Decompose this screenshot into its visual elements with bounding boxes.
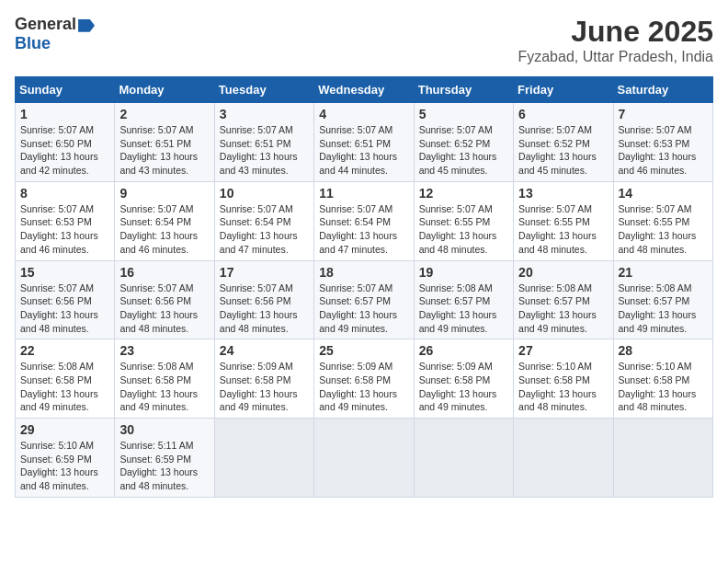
calendar-cell: 11Sunrise: 5:07 AMSunset: 6:54 PMDayligh… <box>314 181 414 260</box>
cell-content: Sunrise: 5:09 AMSunset: 6:58 PMDaylight:… <box>319 360 408 414</box>
day-number: 12 <box>419 186 508 201</box>
cell-content: Sunrise: 5:08 AMSunset: 6:58 PMDaylight:… <box>20 360 109 414</box>
day-number: 13 <box>518 186 608 201</box>
cell-content: Sunrise: 5:07 AMSunset: 6:56 PMDaylight:… <box>220 282 309 336</box>
day-number: 7 <box>619 107 708 121</box>
cell-content: Sunrise: 5:10 AMSunset: 6:58 PMDaylight:… <box>518 360 608 414</box>
cell-content: Sunrise: 5:08 AMSunset: 6:57 PMDaylight:… <box>619 282 708 336</box>
calendar-week-row: 15Sunrise: 5:07 AMSunset: 6:56 PMDayligh… <box>16 260 713 339</box>
calendar-cell: 14Sunrise: 5:07 AMSunset: 6:55 PMDayligh… <box>613 181 712 260</box>
cell-content: Sunrise: 5:08 AMSunset: 6:57 PMDaylight:… <box>518 282 608 336</box>
calendar-week-row: 29Sunrise: 5:10 AMSunset: 6:59 PMDayligh… <box>16 419 713 498</box>
cell-content: Sunrise: 5:07 AMSunset: 6:53 PMDaylight:… <box>619 123 708 178</box>
calendar-cell <box>214 419 313 498</box>
logo-general: General <box>15 15 76 33</box>
logo-blue: Blue <box>15 34 51 52</box>
calendar-cell: 6Sunrise: 5:07 AMSunset: 6:52 PMDaylight… <box>514 103 613 182</box>
cell-content: Sunrise: 5:08 AMSunset: 6:57 PMDaylight:… <box>419 282 508 336</box>
day-number: 16 <box>119 265 209 280</box>
cell-content: Sunrise: 5:10 AMSunset: 6:58 PMDaylight:… <box>619 360 708 414</box>
cell-content: Sunrise: 5:07 AMSunset: 6:54 PMDaylight:… <box>319 202 408 257</box>
day-number: 26 <box>419 343 508 358</box>
cell-content: Sunrise: 5:07 AMSunset: 6:56 PMDaylight:… <box>119 282 209 336</box>
cell-content: Sunrise: 5:07 AMSunset: 6:56 PMDaylight:… <box>20 282 109 336</box>
day-number: 14 <box>619 186 708 201</box>
cell-content: Sunrise: 5:09 AMSunset: 6:58 PMDaylight:… <box>220 360 309 414</box>
day-number: 4 <box>319 107 408 121</box>
cell-content: Sunrise: 5:07 AMSunset: 6:57 PMDaylight:… <box>319 282 408 336</box>
day-number: 23 <box>119 343 209 358</box>
cell-content: Sunrise: 5:11 AMSunset: 6:59 PMDaylight:… <box>119 439 209 493</box>
cell-content: Sunrise: 5:07 AMSunset: 6:54 PMDaylight:… <box>220 202 309 257</box>
calendar-cell <box>514 419 613 498</box>
day-number: 24 <box>220 343 309 358</box>
calendar-week-row: 8Sunrise: 5:07 AMSunset: 6:53 PMDaylight… <box>16 181 713 260</box>
header-thursday: Thursday <box>414 77 513 103</box>
day-number: 18 <box>319 265 408 280</box>
day-number: 17 <box>220 265 309 280</box>
cell-content: Sunrise: 5:07 AMSunset: 6:51 PMDaylight:… <box>119 123 209 178</box>
header-saturday: Saturday <box>613 77 712 103</box>
calendar-cell <box>314 419 414 498</box>
calendar-table: SundayMondayTuesdayWednesdayThursdayFrid… <box>15 76 713 498</box>
calendar-cell: 2Sunrise: 5:07 AMSunset: 6:51 PMDaylight… <box>115 103 214 182</box>
day-number: 25 <box>319 343 408 358</box>
day-number: 9 <box>119 186 209 201</box>
calendar-cell: 9Sunrise: 5:07 AMSunset: 6:54 PMDaylight… <box>115 181 214 260</box>
cell-content: Sunrise: 5:10 AMSunset: 6:59 PMDaylight:… <box>20 439 109 493</box>
calendar-cell: 1Sunrise: 5:07 AMSunset: 6:50 PMDaylight… <box>16 103 115 182</box>
calendar-cell: 8Sunrise: 5:07 AMSunset: 6:53 PMDaylight… <box>16 181 115 260</box>
day-number: 3 <box>220 107 309 121</box>
header-monday: Monday <box>115 77 214 103</box>
cell-content: Sunrise: 5:07 AMSunset: 6:53 PMDaylight:… <box>20 202 109 257</box>
day-number: 8 <box>20 186 109 201</box>
calendar-cell: 16Sunrise: 5:07 AMSunset: 6:56 PMDayligh… <box>115 260 214 339</box>
day-number: 22 <box>20 343 109 358</box>
calendar-cell: 10Sunrise: 5:07 AMSunset: 6:54 PMDayligh… <box>214 181 313 260</box>
day-number: 1 <box>20 107 109 121</box>
logo-icon <box>78 19 95 32</box>
calendar-cell: 29Sunrise: 5:10 AMSunset: 6:59 PMDayligh… <box>16 419 115 498</box>
calendar-cell: 22Sunrise: 5:08 AMSunset: 6:58 PMDayligh… <box>16 339 115 419</box>
calendar-cell: 17Sunrise: 5:07 AMSunset: 6:56 PMDayligh… <box>214 260 313 339</box>
calendar-cell: 5Sunrise: 5:07 AMSunset: 6:52 PMDaylight… <box>414 103 513 182</box>
calendar-cell: 12Sunrise: 5:07 AMSunset: 6:55 PMDayligh… <box>414 181 513 260</box>
day-number: 2 <box>119 107 209 121</box>
location-title: Fyzabad, Uttar Pradesh, India <box>518 49 713 65</box>
cell-content: Sunrise: 5:07 AMSunset: 6:55 PMDaylight:… <box>419 202 508 257</box>
calendar-cell: 3Sunrise: 5:07 AMSunset: 6:51 PMDaylight… <box>214 103 313 182</box>
day-number: 10 <box>220 186 309 201</box>
calendar-cell <box>613 419 712 498</box>
calendar-cell: 18Sunrise: 5:07 AMSunset: 6:57 PMDayligh… <box>314 260 414 339</box>
calendar-week-row: 22Sunrise: 5:08 AMSunset: 6:58 PMDayligh… <box>16 339 713 419</box>
month-title: June 2025 <box>518 15 713 49</box>
title-section: June 2025 Fyzabad, Uttar Pradesh, India <box>518 15 713 65</box>
day-number: 15 <box>20 265 109 280</box>
day-number: 29 <box>20 422 109 437</box>
cell-content: Sunrise: 5:07 AMSunset: 6:51 PMDaylight:… <box>319 123 408 178</box>
calendar-cell: 30Sunrise: 5:11 AMSunset: 6:59 PMDayligh… <box>115 419 214 498</box>
day-number: 30 <box>119 422 209 437</box>
cell-content: Sunrise: 5:08 AMSunset: 6:58 PMDaylight:… <box>119 360 209 414</box>
cell-content: Sunrise: 5:07 AMSunset: 6:52 PMDaylight:… <box>518 123 608 178</box>
cell-content: Sunrise: 5:07 AMSunset: 6:51 PMDaylight:… <box>220 123 309 178</box>
calendar-cell: 4Sunrise: 5:07 AMSunset: 6:51 PMDaylight… <box>314 103 414 182</box>
calendar-cell: 23Sunrise: 5:08 AMSunset: 6:58 PMDayligh… <box>115 339 214 419</box>
cell-content: Sunrise: 5:07 AMSunset: 6:52 PMDaylight:… <box>419 123 508 178</box>
cell-content: Sunrise: 5:09 AMSunset: 6:58 PMDaylight:… <box>419 360 508 414</box>
logo: General Blue <box>15 15 95 53</box>
calendar-cell: 24Sunrise: 5:09 AMSunset: 6:58 PMDayligh… <box>214 339 313 419</box>
cell-content: Sunrise: 5:07 AMSunset: 6:54 PMDaylight:… <box>119 202 209 257</box>
calendar-header-row: SundayMondayTuesdayWednesdayThursdayFrid… <box>16 77 713 103</box>
calendar-cell: 20Sunrise: 5:08 AMSunset: 6:57 PMDayligh… <box>514 260 613 339</box>
day-number: 20 <box>518 265 608 280</box>
day-number: 21 <box>619 265 708 280</box>
calendar-week-row: 1Sunrise: 5:07 AMSunset: 6:50 PMDaylight… <box>16 103 713 182</box>
cell-content: Sunrise: 5:07 AMSunset: 6:55 PMDaylight:… <box>619 202 708 257</box>
calendar-cell: 15Sunrise: 5:07 AMSunset: 6:56 PMDayligh… <box>16 260 115 339</box>
page-header: General Blue June 2025 Fyzabad, Uttar Pr… <box>15 15 713 65</box>
day-number: 6 <box>518 107 608 121</box>
calendar-cell: 26Sunrise: 5:09 AMSunset: 6:58 PMDayligh… <box>414 339 513 419</box>
header-friday: Friday <box>514 77 613 103</box>
day-number: 11 <box>319 186 408 201</box>
